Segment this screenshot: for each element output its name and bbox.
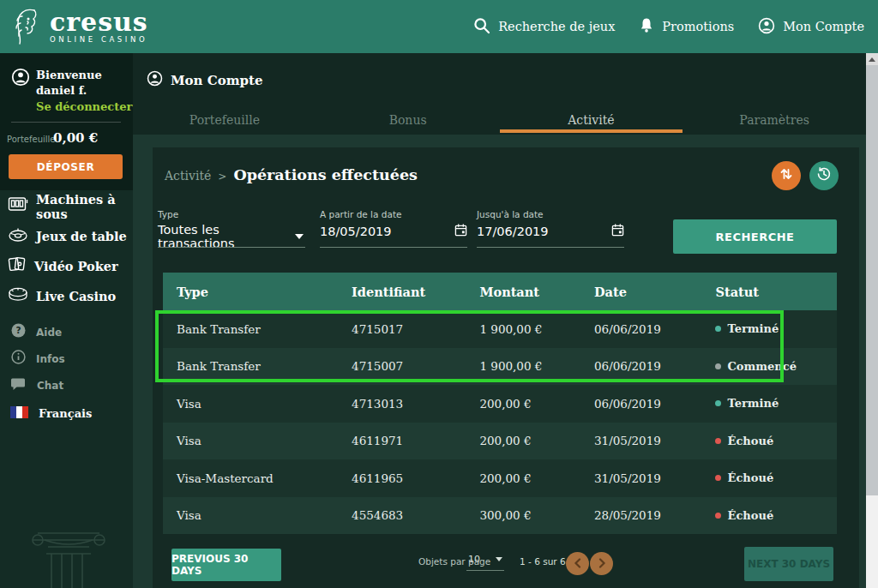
tab-activite[interactable]: Activité bbox=[500, 106, 683, 133]
previous-30-days-button[interactable]: PREVIOUS 30 DAYS bbox=[171, 549, 281, 581]
french-flag-icon bbox=[10, 405, 28, 422]
sidebar-item-label: Aide bbox=[36, 327, 62, 339]
sidebar-item-chat[interactable]: Chat bbox=[0, 372, 133, 399]
logout-link[interactable]: Se déconnecter bbox=[36, 100, 132, 113]
cell-id: 4713013 bbox=[352, 397, 479, 411]
help-icon: ? bbox=[11, 323, 26, 341]
sort-arrows-icon bbox=[779, 166, 794, 185]
table-games-icon bbox=[8, 226, 28, 247]
history-button[interactable] bbox=[809, 161, 839, 190]
tab-bonus[interactable]: Bonus bbox=[316, 106, 500, 133]
sidebar: Bienvenue daniel f. Se déconnecter Porte… bbox=[0, 53, 133, 588]
nav-search-games[interactable]: Recherche de jeux bbox=[473, 17, 615, 37]
cell-status-label: Échoué bbox=[727, 471, 773, 484]
cell-type: Bank Transfer bbox=[163, 322, 352, 336]
sidebar-item-aide[interactable]: ? Aide bbox=[0, 319, 133, 345]
column-header-date: Date bbox=[594, 285, 715, 299]
divider bbox=[11, 122, 121, 123]
cell-status-label: Échoué bbox=[727, 435, 773, 447]
welcome-label: Bienvenue bbox=[36, 69, 102, 81]
cell-amount: 1 900,00 € bbox=[479, 359, 594, 373]
cell-status: Terminé bbox=[715, 322, 836, 335]
sidebar-item-label: Live Casino bbox=[36, 289, 116, 303]
vertical-scrollbar[interactable] bbox=[866, 53, 878, 588]
search-button[interactable]: RECHERCHE bbox=[673, 219, 837, 254]
cell-status-label: Échoué bbox=[727, 509, 773, 522]
nav-account-label: Mon Compte bbox=[783, 20, 864, 33]
column-header-identifiant: Identifiant bbox=[352, 285, 479, 299]
cell-date: 06/06/2019 bbox=[594, 359, 715, 373]
account-tabs: Portefeuille Bonus Activité Paramètres bbox=[133, 106, 866, 133]
cell-type: Bank Transfer bbox=[163, 359, 352, 373]
page-title: Opérations effectuées bbox=[233, 166, 417, 183]
top-nav: Recherche de jeux Promotions bbox=[473, 0, 864, 53]
cell-type: Visa bbox=[163, 508, 352, 522]
scrollbar-up-button[interactable] bbox=[866, 53, 878, 65]
table-row: Visa-Mastercard 4611965 200,00 € 31/05/2… bbox=[163, 459, 837, 497]
nav-promotions[interactable]: Promotions bbox=[639, 17, 734, 36]
sidebar-item-jeux-de-table[interactable]: Jeux de table bbox=[0, 221, 133, 251]
cell-amount: 200,00 € bbox=[479, 397, 594, 411]
transactions-sort-button[interactable] bbox=[772, 161, 801, 190]
from-date-value: 18/05/2019 bbox=[320, 225, 392, 238]
nav-promotions-label: Promotions bbox=[662, 20, 734, 33]
sidebar-item-label: Infos bbox=[36, 353, 65, 365]
cell-date: 06/06/2019 bbox=[594, 322, 715, 336]
cell-status: Terminé bbox=[715, 397, 836, 410]
to-date-value: 17/06/2019 bbox=[477, 225, 549, 238]
svg-text:?: ? bbox=[15, 325, 21, 335]
deposit-button[interactable]: DÉPOSER bbox=[9, 154, 123, 179]
bell-icon bbox=[639, 17, 654, 36]
table-row: Visa 4554683 300,00 € 28/05/2019 Échoué bbox=[163, 497, 837, 535]
nav-account[interactable]: Mon Compte bbox=[758, 17, 864, 37]
column-header-type: Type bbox=[163, 285, 352, 299]
per-page-select[interactable]: 10 bbox=[468, 554, 502, 565]
sidebar-item-label: Jeux de table bbox=[36, 229, 127, 243]
pagination-next-button[interactable] bbox=[590, 552, 613, 575]
column-header-montant: Montant bbox=[479, 285, 594, 299]
table-row: Visa 4713013 200,00 € 06/06/2019 Terminé bbox=[163, 385, 837, 423]
pagination-range: 1 - 6 sur 6 bbox=[520, 556, 566, 567]
search-icon bbox=[473, 17, 490, 37]
user-avatar-icon bbox=[11, 68, 30, 90]
live-casino-icon bbox=[8, 286, 28, 306]
cell-date: 31/05/2019 bbox=[594, 471, 715, 485]
cell-id: 4715007 bbox=[352, 359, 479, 373]
tab-parametres[interactable]: Paramètres bbox=[683, 106, 866, 133]
breadcrumb-section[interactable]: Activité bbox=[165, 169, 211, 183]
pagination-prev-button[interactable] bbox=[566, 552, 589, 575]
cell-id: 4611965 bbox=[352, 471, 479, 485]
user-icon bbox=[147, 70, 163, 90]
to-date-field[interactable]: 17/06/2019 bbox=[477, 223, 624, 239]
status-dot bbox=[715, 363, 721, 369]
sidebar-item-live-casino[interactable]: Live Casino bbox=[0, 281, 133, 311]
scroll-up-arrow-icon bbox=[869, 57, 875, 62]
nav-search-label: Recherche de jeux bbox=[498, 20, 615, 33]
sidebar-item-label: Chat bbox=[37, 380, 63, 392]
cell-status: Échoué bbox=[715, 471, 836, 484]
table-header-row: Type Identifiant Montant Date Statut bbox=[163, 273, 837, 310]
account-tab-area: Mon Compte Portefeuille Bonus Activité P… bbox=[133, 53, 878, 135]
from-date-field[interactable]: 18/05/2019 bbox=[320, 223, 467, 239]
cell-type: Visa bbox=[163, 397, 352, 411]
calendar-icon bbox=[611, 223, 624, 239]
next-30-days-button[interactable]: NEXT 30 DAYS bbox=[744, 547, 833, 581]
tab-portefeuille[interactable]: Portefeuille bbox=[133, 106, 316, 133]
scrollbar-thumb[interactable] bbox=[866, 65, 878, 495]
sidebar-item-infos[interactable]: Infos bbox=[0, 345, 133, 372]
cell-date: 31/05/2019 bbox=[594, 434, 715, 447]
logo[interactable]: cresus ONLINE CASINO bbox=[9, 4, 148, 49]
language-selector[interactable]: Français bbox=[0, 401, 143, 425]
cell-type: Visa bbox=[163, 434, 352, 447]
cell-status-label: Commencé bbox=[727, 360, 796, 373]
chat-icon bbox=[11, 377, 27, 394]
active-tab-underline bbox=[500, 129, 683, 133]
cell-status: Échoué bbox=[715, 435, 836, 447]
sidebar-item-machines-a-sous[interactable]: Machines à sous bbox=[0, 191, 133, 221]
underline bbox=[158, 247, 305, 248]
cell-amount: 200,00 € bbox=[479, 471, 594, 485]
cell-amount: 1 900,00 € bbox=[479, 322, 594, 336]
cell-status-label: Terminé bbox=[727, 397, 779, 410]
status-dot bbox=[715, 438, 721, 444]
sidebar-item-video-poker[interactable]: Vidéo Poker bbox=[0, 251, 133, 281]
